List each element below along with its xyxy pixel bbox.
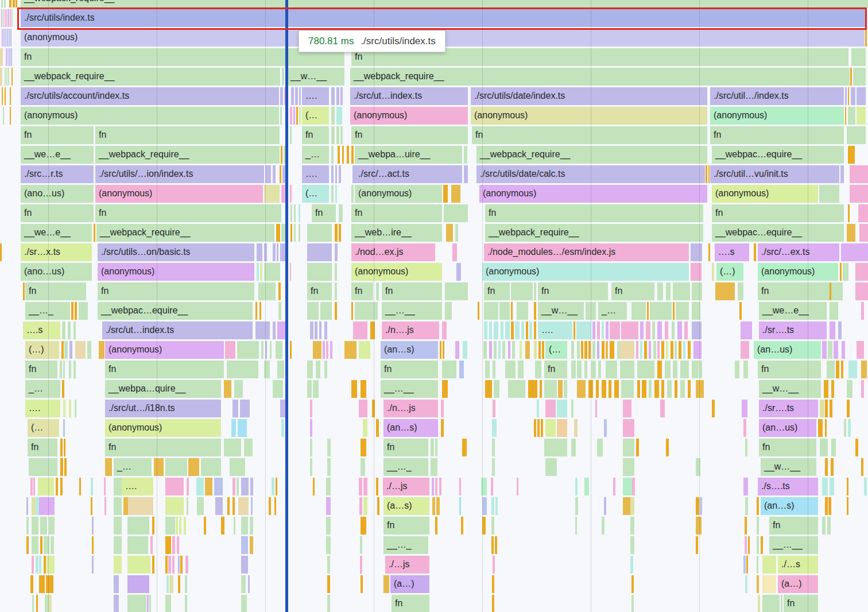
- flame-bar[interactable]: [485, 361, 490, 378]
- flame-bar[interactable]: [331, 107, 335, 125]
- flame-bar[interactable]: [324, 361, 327, 378]
- flame-bar[interactable]: [276, 341, 282, 359]
- flame-bar[interactable]: [248, 575, 250, 593]
- flame-bar[interactable]: [114, 556, 122, 574]
- flame-bar[interactable]: [684, 322, 688, 339]
- flame-bar[interactable]: fn: [392, 595, 429, 612]
- flame-bar[interactable]: ./src…r.ts: [21, 165, 94, 183]
- flame-bar[interactable]: fn: [544, 361, 567, 378]
- flame-bar[interactable]: [6, 48, 7, 66]
- flame-bar[interactable]: [282, 68, 284, 86]
- flame-bar[interactable]: [571, 361, 576, 378]
- flame-bar[interactable]: [445, 302, 452, 320]
- flame-bar[interactable]: fn: [307, 282, 332, 300]
- flame-bar[interactable]: [508, 380, 525, 398]
- flame-bar[interactable]: [604, 497, 606, 515]
- flame-bar[interactable]: [652, 322, 655, 339]
- flame-bar[interactable]: [692, 282, 702, 300]
- flame-bar[interactable]: [841, 361, 843, 378]
- flame-bar[interactable]: __webpack_require__: [476, 146, 707, 164]
- flame-bar[interactable]: [653, 341, 656, 359]
- flame-bar[interactable]: [584, 341, 587, 359]
- flame-bar[interactable]: [152, 517, 154, 534]
- flame-bar[interactable]: [855, 263, 868, 281]
- flame-bar[interactable]: [840, 263, 842, 281]
- flame-bar[interactable]: [855, 282, 868, 300]
- flame-bar[interactable]: (anonymous): [355, 185, 442, 203]
- flame-bar[interactable]: _…: [302, 146, 329, 164]
- flame-bar[interactable]: [699, 361, 702, 378]
- flame-bar[interactable]: [250, 478, 253, 495]
- flame-bar[interactable]: [688, 341, 691, 359]
- flame-bar[interactable]: [598, 361, 601, 378]
- flame-bar[interactable]: [830, 478, 834, 495]
- flame-bar[interactable]: [114, 575, 119, 593]
- flame-bar[interactable]: [29, 458, 57, 476]
- flame-bar[interactable]: [735, 361, 739, 378]
- flame-bar[interactable]: [294, 204, 296, 222]
- flame-bar[interactable]: [51, 536, 54, 554]
- flame-bar[interactable]: [238, 497, 249, 515]
- flame-bar[interactable]: [455, 341, 459, 359]
- flame-bar[interactable]: [483, 341, 487, 359]
- flame-bar[interactable]: [853, 68, 866, 86]
- flame-bar[interactable]: [517, 478, 518, 495]
- flame-bar[interactable]: [335, 243, 338, 261]
- flame-bar[interactable]: [299, 87, 301, 105]
- flame-bar[interactable]: [692, 361, 699, 378]
- flame-bar[interactable]: [640, 341, 642, 359]
- flame-bar[interactable]: [147, 595, 149, 612]
- flame-bar[interactable]: [2, 87, 3, 105]
- flame-bar[interactable]: [335, 185, 337, 203]
- flame-bar[interactable]: ./n….js: [383, 400, 438, 417]
- flame-bar[interactable]: [743, 556, 746, 574]
- flame-bar[interactable]: [180, 556, 183, 574]
- flame-bar[interactable]: [92, 517, 94, 534]
- flame-bar[interactable]: [696, 497, 699, 515]
- flame-bar[interactable]: ./src/ut…/i18n.ts: [105, 400, 221, 417]
- flame-bar[interactable]: [273, 322, 276, 339]
- flame-bar[interactable]: [241, 595, 247, 612]
- flame-bar[interactable]: [482, 497, 487, 515]
- flame-bar[interactable]: [739, 302, 742, 320]
- flame-bar[interactable]: [743, 419, 746, 437]
- flame-bar[interactable]: [435, 478, 437, 495]
- flame-bar[interactable]: [508, 341, 510, 359]
- flame-bar[interactable]: ./src/util…/index.ts: [710, 87, 844, 105]
- flame-bar[interactable]: fn: [25, 282, 86, 300]
- flame-bar[interactable]: [630, 517, 634, 534]
- flame-bar[interactable]: fn: [382, 282, 442, 300]
- flame-bar[interactable]: [443, 341, 444, 359]
- flame-bar[interactable]: [280, 107, 282, 125]
- flame-bar[interactable]: [40, 517, 47, 534]
- flame-bar[interactable]: [557, 400, 567, 417]
- flame-bar[interactable]: [63, 400, 65, 417]
- flame-bar[interactable]: [847, 497, 848, 515]
- flame-bar[interactable]: [463, 341, 467, 359]
- flame-bar[interactable]: [606, 322, 609, 339]
- flame-bar[interactable]: [857, 107, 866, 125]
- flame-bar[interactable]: [299, 224, 300, 242]
- flame-bar[interactable]: [165, 458, 187, 476]
- flame-bar[interactable]: [232, 497, 235, 515]
- flame-bar[interactable]: [511, 282, 533, 300]
- flame-bar[interactable]: ….s: [715, 243, 749, 261]
- flame-bar[interactable]: [602, 322, 604, 339]
- flame-bar[interactable]: (anonymous): [482, 263, 689, 281]
- flame-bar[interactable]: (anonymous): [351, 263, 442, 281]
- flame-bar[interactable]: [376, 419, 379, 437]
- flame-bar[interactable]: [675, 341, 677, 359]
- flame-bar[interactable]: [323, 341, 325, 359]
- flame-bar[interactable]: [484, 322, 487, 339]
- flame-bar[interactable]: [828, 341, 832, 359]
- flame-bar[interactable]: [851, 87, 855, 105]
- flame-bar[interactable]: [495, 497, 498, 515]
- flame-bar[interactable]: (anonymous): [105, 341, 224, 359]
- flame-bar[interactable]: [32, 595, 34, 612]
- flame-bar[interactable]: [176, 517, 178, 534]
- flame-bar[interactable]: [353, 322, 367, 339]
- flame-bar[interactable]: [339, 165, 341, 183]
- flame-bar[interactable]: [781, 595, 782, 612]
- flame-bar[interactable]: [201, 458, 221, 476]
- flame-bar[interactable]: (an…s): [381, 341, 438, 359]
